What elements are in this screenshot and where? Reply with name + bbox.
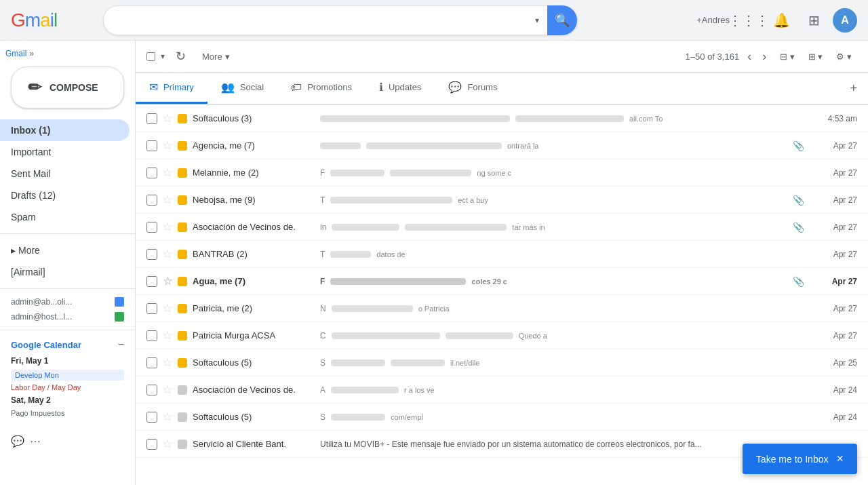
email-checkbox[interactable]: [146, 439, 157, 450]
sidebar: Gmail » ✏ COMPOSE Inbox (1) Important Se…: [0, 41, 136, 485]
gcal-title[interactable]: Google Calendar: [11, 340, 81, 350]
tab-updates[interactable]: ℹ Updates: [366, 73, 435, 104]
email-sender: BANTRAB (2): [193, 249, 315, 259]
gcal-event-2[interactable]: Pago Impuestos: [5, 408, 130, 419]
view-layout-button[interactable]: ⊟ ▾: [774, 49, 800, 64]
email-time: Apr 25: [810, 358, 857, 368]
compose-button[interactable]: ✏ COMPOSE: [11, 66, 124, 109]
email-checkbox[interactable]: [146, 330, 157, 341]
sidebar-item-spam[interactable]: Spam: [0, 206, 130, 228]
table-row[interactable]: ☆ Agencia, me (7) ontrará la 📎 Apr 27: [136, 132, 868, 159]
settings-button[interactable]: ⚙ ▾: [831, 49, 857, 64]
table-row[interactable]: ☆ Asociación de Vecinos de. in tar más i…: [136, 214, 868, 241]
density-button[interactable]: ⊞ ▾: [803, 49, 829, 64]
star-icon[interactable]: ☆: [163, 193, 172, 206]
table-row[interactable]: ☆ Agua, me (7) F coles 29 c 📎 Apr 27: [136, 268, 868, 295]
tab-forums[interactable]: 💬 Forums: [435, 73, 511, 104]
gcal-collapse-button[interactable]: −: [118, 338, 124, 351]
table-row[interactable]: ☆ Patricia, me (2) N o Patricia Apr 27: [136, 295, 868, 322]
star-icon[interactable]: ☆: [163, 220, 172, 233]
snippet-blur-1: [320, 115, 510, 122]
take-inbox-close-button[interactable]: ×: [836, 452, 844, 466]
email-checkbox[interactable]: [146, 385, 157, 395]
email-sender: Agua, me (7): [193, 276, 315, 286]
tab-primary[interactable]: ✉ Primary: [136, 73, 208, 104]
prev-page-button[interactable]: ‹: [745, 47, 754, 66]
refresh-button[interactable]: ↻: [170, 46, 191, 66]
sidebar-item-admin2[interactable]: admin@host...l...: [0, 309, 135, 324]
sidebar-item-drafts[interactable]: Drafts (12): [0, 185, 130, 206]
gcal-event-1[interactable]: Develop Mon: [11, 370, 124, 381]
email-checkbox[interactable]: [146, 168, 157, 178]
more-button[interactable]: More ▾: [197, 49, 235, 64]
email-checkbox[interactable]: [146, 195, 157, 206]
tab-promotions[interactable]: 🏷 Promotions: [277, 73, 366, 104]
table-row[interactable]: ☆ Patricia Murga ACSA C Quedo a Apr 27: [136, 322, 868, 349]
label-dot: [178, 358, 187, 368]
table-row[interactable]: ☆ Nebojsa, me (9) T ect a buy 📎 Apr 27: [136, 187, 868, 214]
table-row[interactable]: ☆ Melannie, me (2) F ng some c Apr 27: [136, 159, 868, 187]
email-checkbox[interactable]: [146, 357, 157, 368]
gcal-widget: Google Calendar − Fri, May 1 Develop Mon…: [0, 330, 135, 424]
admin1-color-dot: [115, 297, 124, 307]
star-icon[interactable]: ☆: [163, 248, 172, 260]
sidebar-item-sent[interactable]: Sent Mail: [0, 163, 130, 185]
search-dropdown-arrow[interactable]: ▾: [527, 16, 547, 25]
email-checkbox[interactable]: [146, 249, 157, 260]
sidebar-item-important[interactable]: Important: [0, 141, 130, 163]
next-page-button[interactable]: ›: [760, 47, 769, 66]
sidebar-item-admin1[interactable]: admin@ab...oli...: [0, 294, 135, 309]
pagination: 1–50 of 3,161 ‹ › ⊟ ▾ ⊞ ▾ ⚙ ▾: [686, 47, 857, 66]
toolbar: ▾ ↻ More ▾ 1–50 of 3,161 ‹ › ⊟ ▾ ⊞ ▾ ⚙ ▾: [136, 41, 868, 73]
star-icon[interactable]: ☆: [163, 302, 172, 315]
email-list: ☆ Softaculous (3) ail.com To 4:53 am ☆ A…: [136, 105, 868, 485]
take-inbox-label[interactable]: Take me to Inbox: [756, 454, 829, 465]
star-icon[interactable]: ☆: [163, 383, 172, 396]
gmail-breadcrumb[interactable]: Gmail »: [0, 46, 135, 61]
star-icon[interactable]: ☆: [163, 166, 172, 179]
email-checkbox[interactable]: [146, 113, 157, 124]
email-sender: Softaculous (3): [193, 113, 315, 123]
search-input[interactable]: [104, 14, 527, 26]
sidebar-item-airmail[interactable]: [Airmail]: [0, 261, 130, 283]
email-time: Apr 27: [810, 304, 857, 313]
gcal-header: Google Calendar −: [5, 336, 130, 353]
email-checkbox[interactable]: [146, 303, 157, 314]
plus-andres-label[interactable]: +Andres: [696, 15, 730, 25]
table-row[interactable]: ☆ Softaculous (5) S com/empl Apr 24: [136, 404, 868, 431]
star-icon[interactable]: ☆: [163, 410, 172, 423]
email-checkbox[interactable]: [146, 222, 157, 233]
table-row[interactable]: ☆ Asociación de Vecinos de. A r a los ve…: [136, 376, 868, 404]
tab-social[interactable]: 👥 Social: [208, 73, 277, 104]
label-dot: [178, 114, 187, 123]
sidebar-item-inbox[interactable]: Inbox (1): [0, 119, 130, 141]
email-checkbox[interactable]: [146, 140, 157, 151]
table-row[interactable]: ☆ Softaculous (3) ail.com To 4:53 am: [136, 105, 868, 132]
star-icon[interactable]: ☆: [163, 275, 172, 288]
table-row[interactable]: ☆ BANTRAB (2) T datos de Apr 27: [136, 241, 868, 268]
apps-icon[interactable]: ⋮⋮⋮: [735, 7, 762, 34]
star-icon[interactable]: ☆: [163, 112, 172, 125]
notifications-icon[interactable]: 🔔: [768, 7, 795, 34]
pagination-text: 1–50 of 3,161: [686, 52, 740, 62]
email-checkbox[interactable]: [146, 412, 157, 423]
email-attachment-icon: 📎: [793, 276, 804, 287]
email-time: Apr 27: [810, 277, 857, 286]
take-inbox-banner: Take me to Inbox ×: [743, 444, 857, 474]
chat-icon[interactable]: 💬: [11, 435, 24, 448]
star-icon[interactable]: ☆: [163, 139, 172, 152]
star-icon[interactable]: ☆: [163, 356, 172, 369]
add-account-icon[interactable]: ⊞: [800, 7, 827, 34]
table-row[interactable]: ☆ Softaculous (5) S il.net/dile Apr 25: [136, 349, 868, 376]
avatar[interactable]: A: [833, 8, 857, 33]
email-checkbox[interactable]: [146, 276, 157, 287]
add-tab-button[interactable]: +: [839, 73, 868, 104]
search-button[interactable]: 🔍: [547, 5, 577, 35]
email-snippet: ontrará la: [320, 142, 787, 150]
star-icon[interactable]: ☆: [163, 329, 172, 342]
more-options-icon[interactable]: ⋯: [30, 435, 41, 448]
select-all-checkbox[interactable]: [146, 52, 155, 61]
star-icon[interactable]: ☆: [163, 438, 172, 450]
select-dropdown-arrow[interactable]: ▾: [161, 52, 165, 61]
sidebar-item-more[interactable]: ▸ More: [0, 239, 130, 261]
